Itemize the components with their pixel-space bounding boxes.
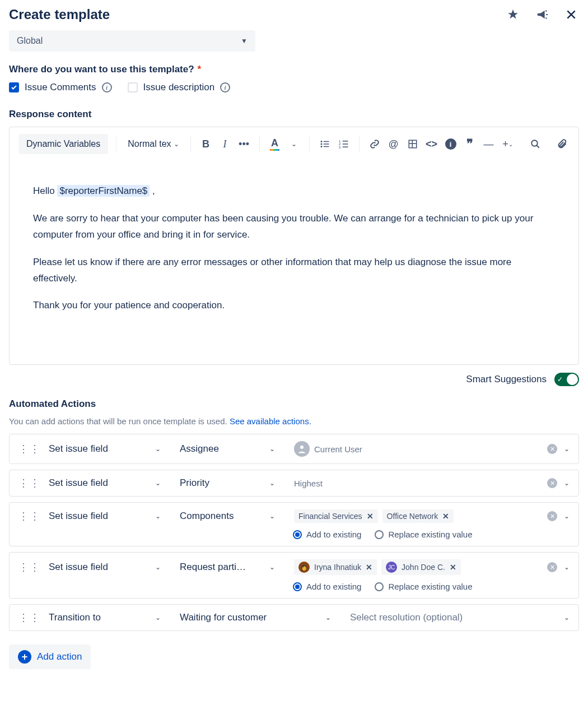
info-icon[interactable]: i (220, 82, 230, 92)
remove-action-icon[interactable]: ✕ (547, 478, 557, 488)
action-row: ⋮⋮ Set issue field⌄ Components⌄ Financia… (9, 502, 579, 546)
action-field-select[interactable]: Assignee⌄ (180, 443, 275, 455)
text-color-icon[interactable]: A (268, 137, 282, 151)
radio-add-to-existing[interactable]: Add to existing (293, 530, 361, 539)
close-icon[interactable] (563, 7, 579, 22)
star-icon[interactable] (505, 7, 521, 22)
add-action-button[interactable]: + Add action (9, 645, 91, 669)
action-value[interactable]: 👩Iryna Ihnatiuk✕ JCJohn Doe C.✕ (294, 559, 539, 575)
checkbox-issue-description[interactable] (128, 82, 138, 92)
action-field-select[interactable]: Priority⌄ (180, 477, 275, 489)
drag-handle-icon[interactable]: ⋮⋮ (18, 510, 41, 522)
svg-point-13 (531, 140, 538, 146)
radio-replace-existing[interactable]: Replace existing value (375, 530, 472, 539)
editor-toolbar: Dynamic Variables Normal tex⌄ B I ••• A … (10, 127, 578, 161)
action-value[interactable]: Financial Services✕ Office Network✕ (294, 509, 539, 523)
drag-handle-icon[interactable]: ⋮⋮ (18, 611, 41, 624)
chevron-down-icon[interactable]: ⌄ (564, 479, 570, 487)
action-row: ⋮⋮ Set issue field⌄ Request parti…⌄ 👩Iry… (9, 552, 579, 599)
svg-point-0 (320, 141, 322, 142)
remove-tag-icon[interactable]: ✕ (450, 563, 456, 572)
dynamic-variables-button[interactable]: Dynamic Variables (18, 134, 108, 154)
checkbox-label: Issue description (143, 82, 215, 93)
svg-point-4 (320, 146, 322, 147)
checkbox-issue-comments[interactable] (9, 82, 19, 92)
variable-chip: $reporterFirstName$ (57, 185, 150, 197)
smart-suggestions-label: Smart Suggestions (466, 374, 547, 385)
italic-icon[interactable]: I (218, 137, 232, 151)
available-actions-link[interactable]: See available actions. (230, 416, 311, 426)
svg-rect-5 (323, 146, 329, 147)
drag-handle-icon[interactable]: ⋮⋮ (18, 477, 41, 489)
table-icon[interactable] (405, 137, 420, 151)
megaphone-icon[interactable] (534, 7, 550, 22)
remove-action-icon[interactable]: ✕ (547, 562, 557, 572)
drag-handle-icon[interactable]: ⋮⋮ (18, 561, 41, 573)
scope-value: Global (17, 36, 43, 46)
chevron-down-icon[interactable]: ⌄ (564, 512, 570, 520)
more-icon[interactable]: ••• (237, 137, 251, 151)
divider-icon[interactable]: — (482, 137, 496, 151)
action-type-select[interactable]: Transition to⌄ (49, 612, 161, 623)
mention-icon[interactable]: @ (386, 137, 401, 151)
svg-rect-9 (342, 143, 348, 145)
page-title: Create template (9, 7, 110, 22)
tag: Financial Services✕ (294, 509, 378, 523)
info-icon[interactable]: i (102, 82, 112, 92)
remove-tag-icon[interactable]: ✕ (366, 563, 372, 572)
content-label: Response content (9, 109, 579, 120)
svg-rect-7 (342, 141, 348, 142)
smart-suggestions-toggle[interactable]: ✓ (554, 373, 579, 386)
attachment-icon[interactable] (555, 137, 570, 151)
chevron-down-icon: ▼ (241, 37, 248, 45)
svg-rect-1 (323, 141, 329, 142)
remove-action-icon[interactable]: ✕ (547, 511, 557, 521)
svg-point-2 (320, 143, 322, 145)
chevron-down-icon[interactable]: ⌄ (564, 563, 570, 571)
link-icon[interactable] (367, 137, 382, 151)
text-style-select[interactable]: Normal tex⌄ (124, 135, 182, 154)
code-icon[interactable]: <> (424, 137, 439, 151)
action-field-select[interactable]: Components⌄ (180, 511, 275, 522)
quote-icon[interactable]: ❞ (463, 137, 477, 151)
remove-tag-icon[interactable]: ✕ (442, 512, 449, 521)
radio-replace-existing[interactable]: Replace existing value (375, 582, 472, 591)
checkbox-label: Issue Comments (25, 82, 96, 93)
action-row: ⋮⋮ Transition to⌄ Waiting for customer⌄ … (9, 604, 579, 631)
participant-tag: 👩Iryna Ihnatiuk✕ (294, 559, 377, 575)
chevron-down-icon[interactable]: ⌄ (564, 445, 570, 453)
action-value[interactable]: Highest (294, 479, 539, 488)
plus-icon[interactable]: +⌄ (501, 137, 515, 151)
action-type-select[interactable]: Set issue field⌄ (49, 511, 161, 522)
drag-handle-icon[interactable]: ⋮⋮ (18, 443, 41, 455)
bold-icon[interactable]: B (199, 137, 213, 151)
automated-actions-subtitle: You can add actions that will be run onc… (9, 416, 579, 426)
editor: Dynamic Variables Normal tex⌄ B I ••• A … (9, 127, 579, 365)
action-value[interactable]: Current User (294, 441, 539, 457)
remove-action-icon[interactable]: ✕ (547, 444, 557, 454)
svg-text:3: 3 (339, 146, 341, 149)
tag: Office Network✕ (382, 509, 454, 523)
radio-add-to-existing[interactable]: Add to existing (293, 582, 361, 591)
automated-actions-title: Automated Actions (9, 398, 579, 410)
bullet-list-icon[interactable] (318, 137, 332, 151)
usage-label: Where do you want to use this template?* (9, 64, 579, 75)
scope-select[interactable]: Global ▼ (9, 30, 255, 52)
remove-tag-icon[interactable]: ✕ (367, 512, 374, 521)
action-type-select[interactable]: Set issue field⌄ (49, 477, 161, 489)
transition-status-select[interactable]: Waiting for customer⌄ (180, 612, 331, 623)
search-icon[interactable] (528, 137, 543, 151)
info-panel-icon[interactable]: i (444, 137, 458, 151)
action-row: ⋮⋮ Set issue field⌄ Priority⌄ Highest ✕⌄ (9, 470, 579, 497)
participant-tag: JCJohn Doe C.✕ (381, 559, 461, 575)
action-field-select[interactable]: Request parti…⌄ (180, 562, 275, 573)
action-type-select[interactable]: Set issue field⌄ (49, 562, 161, 573)
editor-content[interactable]: Hello $reporterFirstName$ , We are sorry… (10, 161, 578, 364)
user-avatar-icon (294, 441, 310, 457)
numbered-list-icon[interactable]: 123 (337, 137, 351, 151)
action-type-select[interactable]: Set issue field⌄ (49, 443, 161, 455)
resolution-select[interactable]: Select resolution (optional)⌄ (350, 612, 570, 623)
plus-icon: + (18, 650, 31, 664)
chevron-down-icon[interactable]: ⌄ (287, 137, 301, 151)
svg-rect-11 (342, 147, 348, 148)
